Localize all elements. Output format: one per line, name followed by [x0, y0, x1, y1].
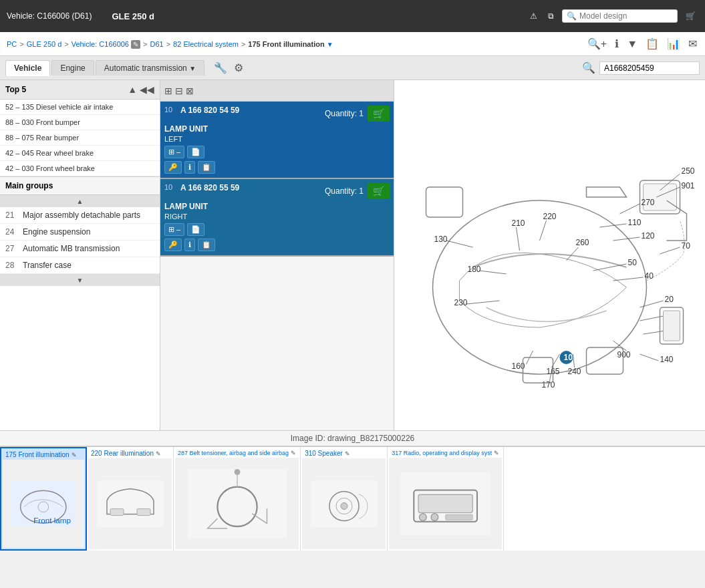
part-list-icon-1[interactable]: 📋 [198, 161, 215, 174]
thumb-287[interactable]: 287 Belt tensioner, airbag and side airb… [174, 447, 301, 551]
search-icon: 🔍 [567, 11, 577, 21]
part-actions-1: 🔑 ℹ 📋 [164, 161, 390, 174]
breadcrumb-d61[interactable]: D61 [150, 40, 163, 48]
svg-text:210: 210 [512, 218, 525, 228]
tab-search-icon[interactable]: 🔍 [581, 60, 597, 76]
sep4: > [166, 40, 170, 48]
part-name-2: LAMP UNIT [164, 202, 390, 211]
gear-icon[interactable]: ⚙ [233, 60, 245, 76]
image-id-text: Image ID: drawing_B82175000226 [291, 434, 414, 443]
part-info-icon-2[interactable]: ℹ [184, 239, 195, 251]
copy-button[interactable]: ⧉ [545, 9, 557, 23]
top-bar: Vehicle: C166006 (D61) GLE 250 d ⚠ ⧉ 🔍 🛒 [0, 0, 705, 32]
chart-icon[interactable]: 📊 [666, 36, 682, 51]
top5-item-4[interactable]: 42 – 045 Rear wheel brake [0, 146, 160, 161]
breadcrumb-icons: 🔍+ ℹ ▼ 📋 📊 ✉ [586, 36, 698, 51]
svg-text:140: 140 [660, 355, 674, 364]
thumb-title-310: 310 Speaker ✎ [302, 448, 386, 458]
thumb-title-220: 220 Rear illumination ✎ [88, 448, 172, 458]
parts-diagram: 250 901 270 110 120 70 130 220 210 [394, 80, 705, 430]
top5-item-5[interactable]: 42 – 030 Front wheel brake [0, 161, 160, 176]
sidebar-item-28[interactable]: 28 Transfer case [0, 257, 160, 274]
svg-point-76 [431, 513, 438, 521]
top5-item-1[interactable]: 52 – 135 Diesel vehicle air intake [0, 100, 160, 115]
group-label-24: Engine suspension [23, 227, 90, 237]
part-item-1: 10 A 166 820 54 59 Quantity: 1 🛒 LAMP UN… [160, 102, 394, 179]
warning-button[interactable]: ⚠ [527, 9, 540, 23]
parts-view-list[interactable]: ⊟ [175, 86, 183, 96]
part-key-icon-1[interactable]: 🔑 [164, 161, 182, 174]
top5-item-2[interactable]: 88 – 030 Front bumper [0, 115, 160, 130]
svg-point-75 [419, 513, 426, 521]
parts-list: ⊞ ⊟ ⊠ 10 A 166 820 54 59 Quantity: 1 🛒 L… [160, 80, 394, 430]
model-search-input[interactable] [579, 11, 673, 21]
svg-text:10: 10 [564, 353, 573, 362]
svg-rect-63 [137, 508, 150, 515]
part-list-icon-2[interactable]: 📋 [198, 239, 215, 251]
sidebar-scroll-up[interactable]: ▲ [0, 195, 160, 207]
svg-text:230: 230 [454, 298, 468, 307]
part-number-2: A 166 820 55 59 [180, 183, 325, 192]
thumb-title-317: 317 Radio, operating and display syst ✎ [389, 448, 502, 458]
thumb-edit-icon-2: ✎ [156, 450, 161, 457]
svg-text:220: 220 [543, 212, 557, 221]
group-label-21: Major assembly detachable parts [23, 210, 140, 220]
breadcrumb-gle[interactable]: GLE 250 d [27, 40, 62, 48]
part-key-icon-2[interactable]: 🔑 [164, 239, 182, 251]
thumb-175[interactable]: 175 Front illumination ✎ Front lamp [0, 447, 87, 551]
diagram-area[interactable]: 250 901 270 110 120 70 130 220 210 [394, 80, 705, 430]
thumb-317[interactable]: 317 Radio, operating and display syst ✎ [388, 447, 504, 551]
sep5: > [241, 40, 245, 48]
tool-icon[interactable]: 🔧 [213, 60, 229, 76]
part-desc-2: RIGHT [164, 212, 390, 220]
part-table-icon-1[interactable]: ⊞ – [164, 146, 184, 158]
thumb-img-220 [88, 458, 172, 549]
parts-view-grid[interactable]: ⊞ [164, 86, 172, 96]
thumb-310[interactable]: 310 Speaker ✎ [301, 447, 388, 551]
svg-text:50: 50 [628, 258, 638, 267]
breadcrumb-electrical[interactable]: 82 Electrical system [173, 40, 239, 48]
add-to-cart-1[interactable]: 🛒 [368, 106, 390, 122]
sep2: > [64, 40, 68, 48]
breadcrumb-pc[interactable]: PC [7, 40, 17, 48]
collapse-icon[interactable]: ▲ [128, 84, 137, 95]
svg-text:260: 260 [576, 238, 589, 247]
top-bar-icons: ⚠ ⧉ 🔍 🛒 [527, 9, 698, 23]
tab-engine[interactable]: Engine [51, 60, 94, 76]
part-doc-icon-2[interactable]: 📄 [187, 223, 204, 236]
top-search-bar: 🔍 [562, 9, 678, 23]
add-to-cart-2[interactable]: 🛒 [368, 183, 390, 199]
sidebar-item-27[interactable]: 27 Automatic MB transmission [0, 241, 160, 257]
top5-item-3[interactable]: 88 – 075 Rear bumper [0, 130, 160, 146]
part-doc-icon-1[interactable]: 📄 [187, 146, 204, 158]
sidebar: Top 5 ▲ ◀◀ 52 – 135 Diesel vehicle air i… [0, 80, 160, 430]
part-icons-1: ⊞ – 📄 [164, 146, 390, 158]
minimize-icon[interactable]: ◀◀ [140, 84, 154, 95]
zoom-in-icon[interactable]: 🔍+ [586, 36, 608, 51]
svg-point-67 [234, 469, 240, 475]
part-info-icon-1[interactable]: ℹ [184, 161, 195, 174]
svg-text:901: 901 [682, 181, 695, 190]
document-icon[interactable]: 📋 [644, 36, 660, 51]
tab-vehicle[interactable]: Vehicle [5, 60, 50, 76]
part-table-icon-2[interactable]: ⊞ – [164, 223, 184, 236]
filter-icon[interactable]: ▼ [625, 37, 639, 51]
thumb-img-287 [175, 458, 299, 549]
tab-transmission[interactable]: Automatic transmission ▼ [96, 60, 204, 76]
sidebar-item-21[interactable]: 21 Major assembly detachable parts [0, 207, 160, 224]
part-search-input[interactable] [599, 61, 700, 75]
sidebar-item-24[interactable]: 24 Engine suspension [0, 224, 160, 241]
sidebar-scroll-down[interactable]: ▼ [0, 274, 160, 286]
svg-rect-54 [664, 311, 680, 341]
thumb-220[interactable]: 220 Rear illumination ✎ [87, 447, 174, 551]
main-content: Top 5 ▲ ◀◀ 52 – 135 Diesel vehicle air i… [0, 80, 705, 430]
qty-label-2: Quantity: 1 [325, 186, 364, 196]
info-icon[interactable]: ℹ [613, 36, 620, 51]
breadcrumb-vehicle[interactable]: Vehicle: C166006 ✎ [72, 40, 140, 48]
mail-icon[interactable]: ✉ [687, 36, 698, 51]
svg-text:240: 240 [568, 367, 581, 376]
svg-text:40: 40 [645, 271, 654, 281]
parts-view-close[interactable]: ⊠ [186, 86, 194, 96]
cart-button[interactable]: 🛒 [683, 9, 698, 23]
breadcrumb-illumination[interactable]: 175 Front illumination ▼ [248, 40, 333, 48]
